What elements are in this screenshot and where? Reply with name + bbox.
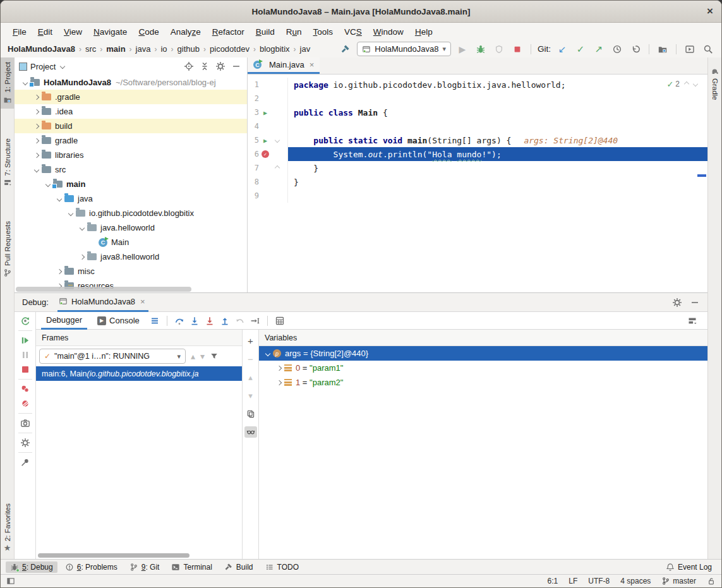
step-over-button[interactable] — [174, 316, 184, 326]
fold-marker-icon[interactable] — [275, 165, 280, 171]
fold-marker-icon[interactable] — [275, 138, 280, 143]
restore-layout-icon[interactable] — [687, 316, 697, 326]
run-class-icon[interactable]: ▶ — [263, 109, 267, 116]
build-hammer-icon[interactable] — [339, 42, 352, 56]
debug-button[interactable] — [474, 42, 488, 56]
code-line[interactable]: 7 } — [248, 161, 707, 175]
toolbar-git-button[interactable]: 9: Git — [125, 561, 164, 573]
close-icon[interactable]: × — [140, 297, 145, 306]
breadcrumb-item[interactable]: picodotdev — [209, 44, 250, 54]
chevron-collapsed-icon[interactable] — [54, 270, 64, 273]
variable-row-1[interactable]: 1 = "param2" — [259, 375, 707, 390]
breakpoint-icon[interactable]: ✓ — [262, 150, 269, 158]
menu-view[interactable]: View — [58, 25, 88, 39]
toolbar-todo-button[interactable]: TODO — [261, 561, 303, 573]
run-method-icon[interactable]: ▶ — [263, 137, 267, 144]
rollback-icon[interactable] — [629, 42, 642, 56]
breadcrumb-item[interactable]: io — [160, 44, 167, 54]
breadcrumb-item[interactable]: HolaMundoJava8 — [7, 44, 76, 54]
tree-item-package[interactable]: io.github.picodotdev.blogbitix — [15, 206, 247, 220]
variable-row-0[interactable]: 0 = "param1" — [259, 361, 707, 375]
breadcrumb-item[interactable]: main — [105, 44, 126, 54]
resume-button[interactable] — [20, 335, 30, 345]
toolbar-build-button[interactable]: Build — [220, 561, 258, 573]
run-to-cursor-button[interactable] — [250, 316, 260, 326]
lock-open-icon[interactable] — [707, 577, 716, 585]
run-anything-icon[interactable] — [683, 42, 697, 56]
debug-settings-gear-button[interactable] — [20, 438, 30, 448]
frames-scrollbar[interactable] — [38, 553, 190, 558]
git-branch-widget[interactable]: master — [661, 577, 696, 585]
chevron-down-icon[interactable] — [60, 64, 65, 69]
prev-problem-icon[interactable] — [684, 81, 689, 87]
duplicate-watch-button[interactable] — [244, 408, 257, 419]
tree-item-main[interactable]: main — [15, 177, 247, 191]
stop-button[interactable] — [510, 42, 524, 56]
layout-menu-icon[interactable] — [150, 316, 160, 326]
menu-build[interactable]: Build — [250, 25, 280, 39]
view-breakpoints-button[interactable] — [20, 384, 30, 394]
tab-console[interactable]: ▶ Console — [92, 312, 145, 330]
code-line-execution[interactable]: 6✓ System.out.println("Hola mundo!"); — [248, 147, 707, 161]
remove-watch-button[interactable]: − — [244, 353, 257, 364]
caret-position[interactable]: 6:1 — [548, 577, 558, 585]
variable-row-args[interactable]: p args = {String[2]@440} — [259, 346, 707, 361]
git-update-icon[interactable]: ↙ — [555, 42, 569, 56]
close-icon[interactable]: × — [707, 6, 713, 16]
breadcrumb-item[interactable]: github — [177, 44, 200, 54]
execution-point-scroll-mark[interactable] — [697, 174, 706, 177]
menu-help[interactable]: Help — [409, 25, 438, 39]
project-panel-title[interactable]: Project — [30, 62, 56, 71]
history-clock-icon[interactable] — [610, 42, 624, 56]
menu-run[interactable]: Run — [280, 25, 308, 39]
chevron-expanded-icon[interactable] — [54, 197, 64, 201]
code-line[interactable]: 5▶ public static void main(String[] args… — [248, 133, 707, 147]
chevron-collapsed-icon[interactable] — [31, 110, 42, 114]
code-line[interactable]: 1 package io.github.picodotdev.blogbitix… — [248, 78, 707, 92]
horizontal-scrollbar[interactable] — [16, 287, 191, 292]
mute-breakpoints-button[interactable] — [20, 399, 30, 409]
tree-item-root[interactable]: HolaMundoJava8 ~/Software/personal/blog-… — [15, 75, 247, 90]
menu-window[interactable]: Window — [368, 25, 409, 39]
stripe-project-button[interactable]: 1: Project — [1, 57, 15, 109]
close-icon[interactable]: × — [310, 60, 315, 69]
tree-item-java8-helloworld[interactable]: java8.helloworld — [15, 249, 247, 264]
chevron-collapsed-icon[interactable] — [274, 381, 284, 385]
chevron-collapsed-icon[interactable] — [274, 366, 284, 370]
next-problem-icon[interactable] — [693, 81, 698, 87]
frame-down-icon[interactable]: ▾ — [200, 352, 205, 361]
line-separator[interactable]: LF — [569, 577, 577, 585]
chevron-collapsed-icon[interactable] — [31, 139, 42, 143]
locate-file-icon[interactable] — [184, 61, 194, 71]
tree-item-gradle-dir[interactable]: .gradle — [15, 90, 247, 104]
rerun-button[interactable] — [20, 316, 30, 326]
run-button[interactable]: ▶ — [455, 42, 469, 56]
menu-code[interactable]: Code — [133, 25, 164, 39]
tree-item-java[interactable]: java — [15, 191, 247, 206]
menu-refactor[interactable]: Refactor — [207, 25, 250, 39]
toolbar-debug-button[interactable]: 5: Debug — [6, 561, 57, 573]
menu-navigate[interactable]: Navigate — [88, 25, 133, 39]
code-line[interactable]: 3▶ public class Main { — [248, 105, 707, 119]
tree-item-src[interactable]: src — [15, 162, 247, 177]
drop-frame-button[interactable] — [235, 316, 245, 326]
chevron-collapsed-icon[interactable] — [31, 95, 42, 99]
editor-tab-main-java[interactable]: C Main.java × — [248, 57, 320, 74]
evaluate-expression-button[interactable] — [275, 316, 285, 326]
gear-icon[interactable] — [672, 297, 682, 308]
menu-vcs[interactable]: VCS — [339, 25, 368, 39]
stop-button[interactable] — [20, 364, 30, 375]
chevron-expanded-icon[interactable] — [31, 168, 42, 172]
pause-button[interactable] — [20, 350, 30, 360]
breadcrumb-item[interactable]: blogbitix — [259, 44, 291, 54]
tree-item-java-helloworld[interactable]: java.helloworld — [15, 220, 247, 235]
code-area[interactable]: ✓2 1 package io.github.picodotdev.blogbi… — [248, 75, 707, 292]
git-push-icon[interactable]: ↗ — [592, 42, 606, 56]
chevron-collapsed-icon[interactable] — [31, 153, 42, 157]
stripe-favorites-button[interactable]: 2: Favorites ★ — [1, 499, 15, 556]
git-commit-icon[interactable]: ✓ — [574, 42, 587, 56]
gear-icon[interactable] — [215, 61, 226, 71]
add-watch-button[interactable]: + — [244, 335, 257, 346]
menu-edit[interactable]: Edit — [32, 25, 58, 39]
toolbar-problems-button[interactable]: 6: Problems — [61, 561, 122, 573]
